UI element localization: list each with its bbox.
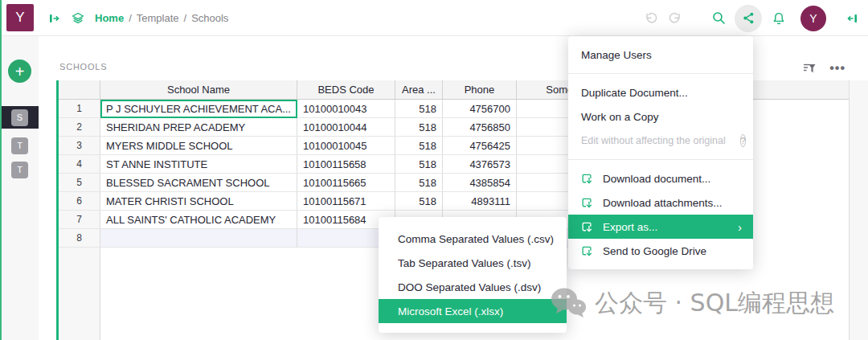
menu-item-download-document[interactable]: Download document... xyxy=(568,166,753,190)
row-number[interactable]: 6 xyxy=(59,192,100,211)
cell-area[interactable]: 518 xyxy=(395,137,443,155)
cell-school-name[interactable]: MYERS MIDDLE SCHOOL xyxy=(100,137,297,155)
breadcrumb-separator: / xyxy=(129,12,132,24)
row-number[interactable]: 1 xyxy=(59,100,100,118)
submenu-item-csv[interactable]: Comma Separated Values (.csv) xyxy=(379,227,567,251)
cell-school-name[interactable]: ST ANNE INSTITUTE xyxy=(100,155,297,174)
cell-area[interactable]: 518 xyxy=(395,118,443,137)
cell-school-name[interactable] xyxy=(100,229,297,248)
wechat-icon xyxy=(550,286,587,320)
menu-item-export-as[interactable]: Export as... › xyxy=(568,215,753,239)
search-icon[interactable] xyxy=(711,10,727,26)
cell-school-name-selected[interactable]: P J SCHUYLER ACHIEVEMENT ACA... xyxy=(100,100,297,118)
column-header-area-code[interactable]: Area ... xyxy=(395,80,443,100)
app-edge-accent xyxy=(0,0,2,340)
cell-phone[interactable]: 4376573 xyxy=(443,155,517,174)
table-more-menu-icon[interactable]: ••• xyxy=(829,61,845,76)
submenu-item-tsv[interactable]: Tab Separated Values (.tsv) xyxy=(379,251,567,275)
sidebar-item-badge: T xyxy=(11,162,28,178)
cell-phone[interactable]: 4385854 xyxy=(443,174,517,192)
cell-beds[interactable]: 10100010043 xyxy=(297,100,395,118)
cell-school-name[interactable]: BLESSED SACRAMENT SCHOOL xyxy=(100,174,297,192)
share-button[interactable] xyxy=(735,5,762,32)
menu-item-label: Send to Google Drive xyxy=(603,245,706,257)
cell-beds[interactable]: 10100010044 xyxy=(297,118,395,137)
undo-icon[interactable] xyxy=(644,11,658,26)
menu-item-label: Edit without affecting the original xyxy=(581,135,726,146)
sidebar-item-s[interactable]: S xyxy=(0,106,39,129)
sidebar-item-t2[interactable]: T xyxy=(0,158,39,181)
share-icon xyxy=(742,11,755,25)
download-icon xyxy=(581,221,593,233)
cell-beds[interactable]: 10100115671 xyxy=(297,192,395,211)
user-avatar[interactable]: Y xyxy=(800,6,826,31)
download-icon xyxy=(581,197,593,209)
menu-item-manage-users[interactable]: Manage Users xyxy=(568,43,753,67)
notifications-bell-icon[interactable] xyxy=(772,11,786,26)
collapse-panel-icon[interactable] xyxy=(845,12,858,25)
menu-item-label: Export as... xyxy=(603,221,657,233)
menu-item-work-on-copy[interactable]: Work on a Copy xyxy=(568,104,753,129)
cell-school-name[interactable]: MATER CHRISTI SCHOOL xyxy=(100,192,297,211)
menu-item-duplicate-document[interactable]: Duplicate Document... xyxy=(568,80,753,104)
breadcrumb-separator: / xyxy=(184,12,187,24)
column-header-phone[interactable]: Phone xyxy=(443,80,517,100)
cell-beds[interactable]: 10100010045 xyxy=(297,137,395,155)
top-bar: Y Home / Template / Schools xyxy=(0,0,868,36)
submenu-item-xlsx[interactable]: Microsoft Excel (.xlsx) xyxy=(379,299,567,323)
row-number[interactable]: 5 xyxy=(59,174,100,192)
menu-item-label: Duplicate Document... xyxy=(581,87,688,99)
cell-area[interactable]: 518 xyxy=(395,174,443,192)
cell-phone[interactable]: 4893111 xyxy=(443,192,517,211)
cell-beds[interactable]: 10100115665 xyxy=(297,174,395,192)
open-sidebar-icon[interactable] xyxy=(48,12,61,25)
menu-item-edit-without-affecting: Edit without affecting the original ? xyxy=(568,129,753,153)
org-logo[interactable]: Y xyxy=(6,4,34,31)
row-number[interactable]: 2 xyxy=(59,118,100,137)
row-number[interactable]: 8 xyxy=(59,229,100,248)
cell-phone[interactable]: 4756425 xyxy=(443,137,517,155)
cell-area[interactable]: 518 xyxy=(395,155,443,174)
cell-school-name[interactable]: SHERIDAN PREP ACADEMY xyxy=(100,118,297,137)
cell-area[interactable]: 518 xyxy=(395,100,443,118)
document-layers-icon xyxy=(71,11,85,26)
help-question-icon[interactable]: ? xyxy=(740,134,747,147)
add-new-button[interactable]: + xyxy=(8,59,31,83)
corner-header-cell[interactable] xyxy=(59,80,100,100)
breadcrumb-template-link[interactable]: Template xyxy=(137,12,179,24)
download-icon xyxy=(581,173,593,185)
column-header-school-name[interactable]: School Name xyxy=(100,80,297,100)
cell-phone[interactable]: 4756700 xyxy=(443,100,517,118)
menu-divider xyxy=(568,159,753,160)
menu-item-send-to-google-drive[interactable]: Send to Google Drive xyxy=(568,239,753,263)
column-header-beds-code[interactable]: BEDS Code xyxy=(297,80,395,100)
cell-beds[interactable]: 10100115658 xyxy=(297,155,395,174)
submenu-chevron-icon: › xyxy=(738,221,742,233)
share-menu: Manage Users Duplicate Document... Work … xyxy=(568,36,753,269)
menu-item-download-attachments[interactable]: Download attachments... xyxy=(568,190,753,215)
sidebar-item-t1[interactable]: T xyxy=(0,134,39,157)
grid-left-accent-bar xyxy=(56,80,59,340)
menu-item-label: Work on a Copy xyxy=(581,111,659,123)
row-number[interactable]: 3 xyxy=(59,137,100,155)
cell-area[interactable]: 518 xyxy=(395,192,443,211)
menu-divider xyxy=(568,73,753,74)
left-sidebar: + S T T xyxy=(0,36,39,340)
watermark: 公众号 · SQL编程思想 xyxy=(550,286,834,320)
table-toolbar: ••• xyxy=(802,61,845,76)
sidebar-item-badge: T xyxy=(11,137,28,154)
redo-icon[interactable] xyxy=(668,11,682,26)
row-number[interactable]: 4 xyxy=(59,155,100,174)
menu-item-label: Download attachments... xyxy=(603,197,723,209)
cell-phone[interactable]: 4756850 xyxy=(443,118,517,137)
sidebar-item-badge: S xyxy=(11,109,28,126)
topbar-actions: Y xyxy=(644,0,858,36)
submenu-item-dsv[interactable]: DOO Separated Values (.dsv) xyxy=(379,275,567,299)
row-number[interactable]: 7 xyxy=(59,211,100,229)
breadcrumb-home-link[interactable]: Home xyxy=(95,12,124,24)
breadcrumb-page: Schools xyxy=(191,12,228,24)
sort-filter-icon[interactable] xyxy=(802,62,817,75)
download-icon xyxy=(581,245,593,257)
page-right-margin xyxy=(849,80,868,340)
cell-school-name[interactable]: ALL SAINTS' CATHOLIC ACADEMY xyxy=(100,211,297,229)
